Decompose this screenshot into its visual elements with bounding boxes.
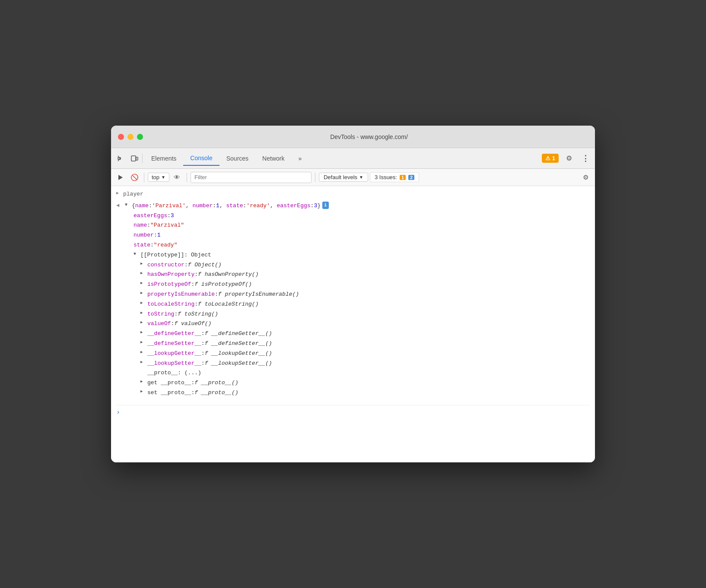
- prop-name: name : "Parzival": [116, 221, 590, 231]
- tolocale-expand-icon[interactable]: ▶: [140, 300, 147, 306]
- info-badge: i: [322, 202, 329, 209]
- prop-tostring: ▶ toString : f toString(): [116, 310, 590, 319]
- lookupsetter-expand-icon[interactable]: ▶: [140, 359, 147, 365]
- constructor-expand-icon[interactable]: ▶: [140, 261, 147, 267]
- prop-hasown: ▶ hasOwnProperty : f hasOwnProperty(): [116, 270, 590, 280]
- prop-isprototypeof: ▶ isPrototypeOf : f isPrototypeOf(): [116, 280, 590, 290]
- warn-count-badge: 1: [400, 175, 406, 180]
- prop-propertyenum: ▶ propertyIsEnumerable : f propertyIsEnu…: [116, 290, 590, 300]
- titlebar: DevTools - www.google.com/: [111, 126, 595, 148]
- valueof-expand-icon[interactable]: ▶: [140, 319, 147, 326]
- player-label: player: [123, 190, 143, 199]
- prop-proto-dots: __proto__ : (...): [116, 368, 590, 378]
- hasown-expand-icon[interactable]: ▶: [140, 270, 147, 276]
- device-toolbar-icon[interactable]: [128, 152, 140, 164]
- prop-definesetter: ▶ __defineSetter__ : f __defineSetter__(…: [116, 339, 590, 349]
- context-selector[interactable]: top ▼: [148, 173, 169, 182]
- prop-state: state : "ready": [116, 240, 590, 250]
- chevron-down-icon: ▼: [161, 175, 165, 180]
- levels-chevron-icon: ▼: [359, 175, 363, 180]
- tab-network[interactable]: Network: [255, 152, 291, 166]
- prop-lookupgetter: ▶ __lookupGetter__ : f __lookupGetter__(…: [116, 349, 590, 359]
- console-prompt-line: ›: [116, 405, 590, 416]
- tab-console[interactable]: Console: [183, 151, 219, 166]
- prop-set-proto: ▶ set __proto__ : f __proto__(): [116, 388, 590, 398]
- definesetter-expand-icon[interactable]: ▶: [140, 339, 147, 345]
- minimize-button[interactable]: [127, 134, 134, 140]
- prototype-expand-icon[interactable]: ▼: [134, 251, 140, 258]
- object-line: ◀ ▼ { name : 'Parzival' , number : 1 , s…: [116, 201, 590, 211]
- chat-count-badge: 2: [408, 175, 414, 180]
- player-line: ▶ player: [116, 190, 590, 199]
- issues-counter[interactable]: 3 Issues: 1 2: [370, 172, 419, 182]
- console-settings-icon[interactable]: ⚙: [579, 171, 592, 183]
- isprototypeof-expand-icon[interactable]: ▶: [140, 280, 147, 286]
- inspect-icon[interactable]: [114, 152, 127, 164]
- prop-get-proto: ▶ get __proto__ : f __proto__(): [116, 378, 590, 388]
- prop-number: number : 1: [116, 231, 590, 240]
- svg-marker-3: [118, 175, 123, 180]
- warning-icon: ⚠: [545, 155, 550, 161]
- object-expand-icon[interactable]: ▼: [125, 202, 132, 209]
- maximize-button[interactable]: [137, 134, 143, 140]
- notification-badge[interactable]: ⚠ 1: [542, 154, 559, 163]
- tostring-expand-icon[interactable]: ▶: [140, 310, 147, 316]
- block-icon[interactable]: 🚫: [128, 171, 140, 183]
- run-script-icon[interactable]: [114, 171, 127, 183]
- prompt-icon[interactable]: ›: [116, 409, 120, 416]
- levels-dropdown[interactable]: Default levels ▼: [319, 173, 368, 182]
- svg-rect-1: [131, 156, 136, 161]
- set-proto-expand-icon[interactable]: ▶: [140, 389, 147, 395]
- console-toolbar: 🚫 top ▼ 👁 Default levels ▼ 3 Issues: 1 2…: [111, 169, 595, 186]
- definegetter-expand-icon[interactable]: ▶: [140, 329, 147, 335]
- tab-elements[interactable]: Elements: [144, 152, 183, 166]
- filter-input[interactable]: [191, 172, 312, 183]
- prop-easter-eggs: easterEggs : 3: [116, 211, 590, 221]
- more-tabs-button[interactable]: »: [291, 152, 308, 166]
- get-proto-expand-icon[interactable]: ▶: [140, 379, 147, 385]
- prop-valueof: ▶ valueOf : f valueOf(): [116, 319, 590, 329]
- tab-sources[interactable]: Sources: [219, 152, 255, 166]
- prop-definegetter: ▶ __defineGetter__ : f __defineGetter__(…: [116, 329, 590, 339]
- svg-rect-2: [136, 157, 138, 160]
- lookupgetter-expand-icon[interactable]: ▶: [140, 349, 147, 355]
- main-toolbar: Elements Console Sources Network » ⚠ 1 ⚙…: [111, 148, 595, 169]
- devtools-window: DevTools - www.google.com/ Elements Cons…: [111, 126, 595, 462]
- prop-lookupsetter: ▶ __lookupSetter__ : f __lookupSetter__(…: [116, 359, 590, 369]
- kebab-menu-icon[interactable]: ⋮: [579, 152, 592, 164]
- settings-icon[interactable]: ⚙: [563, 152, 575, 164]
- close-button[interactable]: [118, 134, 124, 140]
- window-title: DevTools - www.google.com/: [150, 133, 588, 140]
- back-arrow-icon: ◀: [116, 202, 125, 210]
- prop-constructor: ▶ constructor : f Object(): [116, 260, 590, 270]
- console-output: ▶ player ◀ ▼ { name : 'Parzival' , numbe…: [111, 186, 595, 462]
- eye-icon[interactable]: 👁: [171, 171, 183, 183]
- propertyenum-expand-icon[interactable]: ▶: [140, 290, 147, 296]
- prop-tolocale: ▶ toLocaleString : f toLocaleString(): [116, 300, 590, 310]
- prototype-line: ▼ [[Prototype]]: Object: [116, 250, 590, 260]
- traffic-lights: [118, 134, 143, 140]
- expand-icon[interactable]: ▶: [116, 190, 123, 197]
